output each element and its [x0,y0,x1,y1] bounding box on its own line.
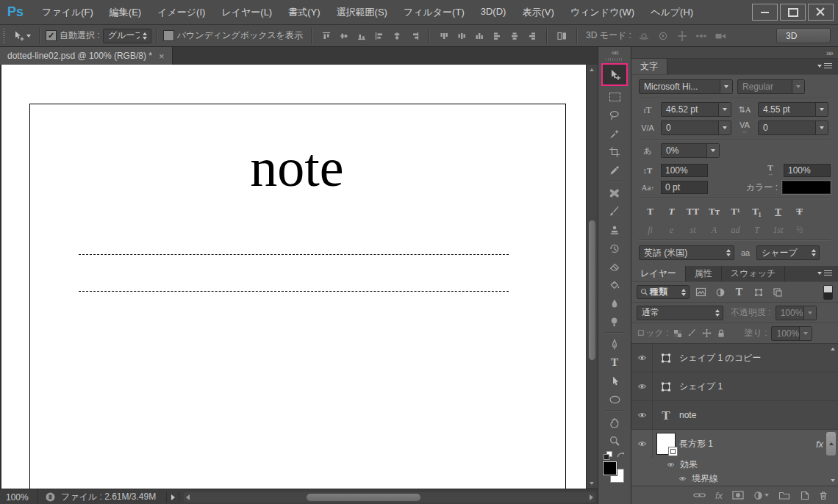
leading-field[interactable]: 4.55 pt [758,102,828,117]
distribute-horizontal-centers-button[interactable] [506,29,523,43]
superscript-button[interactable]: T¹ [726,204,745,219]
font-size-field[interactable]: 46.52 pt [661,102,731,117]
tool-path-selection[interactable] [598,372,631,390]
tool-dodge[interactable] [598,312,631,331]
lock-transparency-icon[interactable] [673,329,682,338]
vertical-scale-field[interactable]: 100% [661,164,708,177]
3d-slide-icon[interactable] [692,29,711,43]
antialias-dropdown[interactable]: シャープ [756,245,820,260]
layer-row-shape1-copy[interactable]: シェイプ 1 のコピー [631,344,838,372]
minimize-button[interactable] [752,4,778,21]
tool-hand[interactable] [598,413,631,431]
menu-help[interactable]: ヘルプ(H) [642,6,701,19]
align-top-edges-button[interactable] [318,29,335,43]
layer-row-note-text[interactable]: T note [631,401,838,430]
faux-bold-button[interactable]: T [640,204,660,219]
tool-lasso[interactable] [598,106,631,124]
collapse-effects-button[interactable] [826,432,836,456]
underline-button[interactable]: T [768,204,788,219]
titling-alternates-button[interactable]: T [747,223,767,237]
add-adjustment-layer-icon[interactable] [753,491,769,500]
fx-badge[interactable]: fx [816,439,823,450]
new-group-icon[interactable] [778,491,790,500]
tools-grip[interactable] [606,58,623,61]
layer-list-scroll-up-icon[interactable] [831,348,835,350]
faux-italic-button[interactable]: T [662,204,681,219]
layer-filter-toggle[interactable] [823,285,833,300]
align-horizontal-centers-button[interactable] [388,29,406,43]
menu-filter[interactable]: フィルター(T) [395,6,473,19]
default-colors-icon[interactable] [604,451,612,459]
document-canvas[interactable]: note [0,65,586,489]
stroke-effect-row[interactable]: 境界線 [631,472,838,486]
tool-healing-brush[interactable] [598,184,631,202]
tool-eyedropper[interactable] [598,161,631,179]
eye-icon[interactable] [678,475,687,482]
tab-layers[interactable]: レイヤー [631,266,686,281]
tool-zoom[interactable] [598,431,631,450]
distribute-bottom-edges-button[interactable] [470,29,488,43]
filter-kind-dropdown[interactable]: 種類 [637,285,690,299]
distribute-vertical-centers-button[interactable] [453,29,470,43]
distribute-right-edges-button[interactable] [523,29,541,43]
text-color-swatch[interactable] [782,181,831,194]
menu-type[interactable]: 書式(Y) [280,6,328,19]
layer-row-shape1[interactable]: シェイプ 1 [631,372,838,401]
maximize-button[interactable] [780,4,806,21]
delete-layer-icon[interactable] [819,491,828,500]
blend-mode-dropdown[interactable]: 通常 [637,306,723,320]
add-layer-mask-icon[interactable] [732,491,744,500]
tool-brush[interactable] [598,202,631,220]
scroll-up-icon[interactable] [590,68,594,71]
new-layer-icon[interactable] [800,491,809,500]
menu-image[interactable]: イメージ(I) [149,6,213,19]
tool-magic-wand[interactable] [598,124,631,143]
contextual-alternates-button[interactable]: e [662,223,681,237]
align-bottom-edges-button[interactable] [353,29,370,43]
visibility-toggle[interactable] [631,430,653,458]
standard-ligatures-button[interactable]: fi [640,223,660,237]
link-layers-icon[interactable] [693,492,706,499]
vertical-scrollbar-thumb[interactable] [589,220,595,360]
tool-rectangular-marquee[interactable] [598,87,631,106]
tab-character[interactable]: 文字 [631,59,667,74]
tool-pen[interactable] [598,335,631,353]
layer-row-rectangle1[interactable]: 長方形 1 fx [631,430,838,458]
strikethrough-button[interactable]: T [789,204,809,219]
zoom-level-field[interactable]: 100% [0,489,38,504]
character-panel-menu-icon[interactable] [817,63,832,68]
auto-align-layers-button[interactable] [553,29,571,43]
tab-close-icon[interactable]: × [159,51,165,61]
menu-layer[interactable]: レイヤー(L) [213,6,280,19]
3d-camera-icon[interactable] [711,29,731,43]
add-layer-style-icon[interactable]: fx [715,490,723,501]
3d-rotate-icon[interactable] [634,29,653,43]
tool-ellipse-shape[interactable] [598,390,631,408]
swash-button[interactable]: A [704,223,724,237]
tool-blur[interactable] [598,294,631,312]
font-style-dropdown[interactable]: Regular [737,79,805,94]
distribute-top-edges-button[interactable] [435,29,453,43]
tab-properties[interactable]: 属性 [686,266,722,281]
lock-all-icon[interactable] [717,328,726,338]
distribute-left-edges-button[interactable] [488,29,506,43]
visibility-toggle[interactable] [631,401,653,429]
horizontal-scale-field[interactable]: 100% [784,164,831,177]
visibility-toggle[interactable] [631,372,653,400]
close-button[interactable] [808,4,834,21]
scroll-down-icon[interactable] [590,482,594,485]
tab-swatches[interactable]: スウォッチ [722,266,785,281]
subscript-button[interactable]: T₁ [747,204,767,219]
horizontal-scrollbar-thumb[interactable] [307,494,420,501]
align-left-edges-button[interactable] [370,29,388,43]
tool-clone-stamp[interactable] [598,220,631,239]
tsume-field[interactable]: 0% [661,143,720,158]
align-vertical-centers-button[interactable] [335,29,353,43]
swap-colors-icon[interactable] [616,451,626,459]
layer-list-scroll-down-icon[interactable] [831,479,835,482]
auto-select-scope-dropdown[interactable]: グループ [103,29,151,43]
tool-type[interactable]: T [598,353,631,372]
fractions-button[interactable]: ½ [789,223,809,237]
all-caps-button[interactable]: TT [683,204,703,219]
document-tab[interactable]: dotted-line02.psd @ 100% (RGB/8) * × [0,47,173,65]
